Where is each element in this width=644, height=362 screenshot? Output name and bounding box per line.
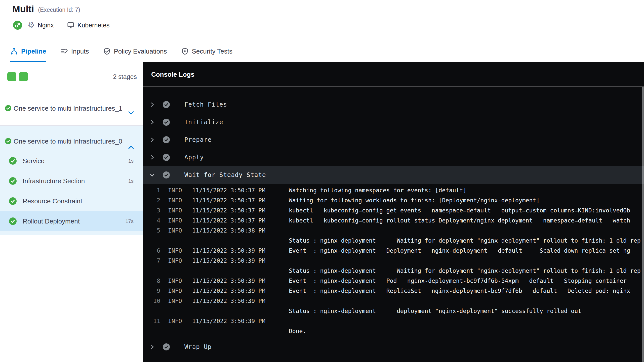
log-timestamp: 11/15/2022 3:50:37 PM bbox=[192, 215, 289, 225]
log-message: Status : nginx-deployment deployment "ng… bbox=[289, 308, 581, 314]
success-check-icon bbox=[5, 138, 11, 144]
chevron-down-icon[interactable] bbox=[149, 172, 155, 178]
console-step-label: Wait for Steady State bbox=[184, 171, 266, 178]
stage-card-infrastructures-1[interactable]: One service to multi Infrastructures_1 bbox=[0, 91, 143, 126]
log-line: Status : nginx-deployment deployment "ng… bbox=[143, 306, 644, 316]
log-timestamp: 11/15/2022 3:50:39 PM bbox=[192, 286, 289, 296]
log-message: kubectl --kubeconfig=config rollout stat… bbox=[289, 217, 630, 224]
log-level: INFO bbox=[168, 185, 182, 195]
tab-policy-evaluations[interactable]: Policy Evaluations bbox=[103, 41, 167, 62]
stage-status-square[interactable] bbox=[19, 72, 28, 81]
console-step[interactable]: Initialize bbox=[143, 113, 644, 131]
log-line-number: 1 bbox=[149, 185, 160, 195]
log-timestamp: 11/15/2022 3:50:37 PM bbox=[192, 195, 289, 205]
chevron-down-icon[interactable] bbox=[128, 109, 135, 116]
console-step[interactable]: Apply bbox=[143, 149, 644, 166]
success-check-icon bbox=[9, 217, 17, 225]
log-line-number: 4 bbox=[149, 215, 160, 225]
stage-status-square[interactable] bbox=[7, 72, 16, 81]
log-line: 8INFO11/15/2022 3:50:39 PMEvent : nginx-… bbox=[143, 276, 644, 286]
log-timestamp: 11/15/2022 3:50:37 PM bbox=[192, 185, 289, 195]
step-success-icon bbox=[163, 171, 170, 178]
console-step[interactable]: Fetch Files bbox=[143, 96, 644, 113]
sidebar-step-duration: 1s bbox=[128, 158, 134, 164]
chevron-right-icon[interactable] bbox=[149, 119, 155, 125]
stage-count: 2 stages bbox=[113, 73, 137, 80]
tab-inputs[interactable]: Inputs bbox=[60, 41, 89, 62]
gear-icon: ⚙ bbox=[28, 21, 35, 30]
log-timestamp: 11/15/2022 3:50:39 PM bbox=[192, 246, 289, 256]
infrastructure-name: Kubernetes bbox=[77, 22, 110, 29]
tab-bar: Pipeline Inputs Policy Evaluations Secur… bbox=[0, 30, 644, 62]
sidebar-step-label: Service bbox=[23, 157, 45, 165]
log-line-number: 11 bbox=[149, 316, 160, 326]
log-line: 10INFO11/15/2022 3:50:39 PM bbox=[143, 296, 644, 306]
console-steps-before: Fetch FilesInitializePrepareApply bbox=[143, 96, 644, 166]
sidebar-step[interactable]: Service1s bbox=[0, 151, 143, 171]
log-message: Event : nginx-deployment Pod nginx-deplo… bbox=[289, 278, 627, 284]
console-step-expanded[interactable]: Wait for Steady State bbox=[143, 166, 644, 184]
log-line: 1INFO11/15/2022 3:50:37 PMWatching follo… bbox=[143, 185, 644, 195]
sidebar-step[interactable]: Infrastructure Section1s bbox=[0, 171, 143, 191]
console-step-label: Initialize bbox=[184, 119, 223, 126]
stage-card-infrastructures-0: One service to multi Infrastructures_0 S… bbox=[0, 126, 143, 235]
chevron-right-icon[interactable] bbox=[149, 344, 155, 350]
sidebar-step[interactable]: Resource Constraint bbox=[0, 191, 143, 211]
console-scrollbar[interactable] bbox=[642, 87, 643, 362]
execution-id: (Execution Id: 7) bbox=[38, 5, 80, 13]
log-line: 9INFO11/15/2022 3:50:39 PMEvent : nginx-… bbox=[143, 286, 644, 296]
log-line: Done. bbox=[143, 326, 644, 336]
log-message: Event : nginx-deployment ReplicaSet ngin… bbox=[289, 288, 630, 294]
chevron-up-icon[interactable] bbox=[128, 144, 135, 151]
stage-steps-list: Service1sInfrastructure Section1sResourc… bbox=[0, 151, 143, 231]
sidebar-step-label: Rollout Deployment bbox=[23, 217, 80, 225]
console-step-label: Wrap Up bbox=[184, 343, 212, 350]
console-step-label: Prepare bbox=[184, 136, 212, 143]
inputs-icon bbox=[60, 48, 68, 55]
log-line: 11INFO11/15/2022 3:50:39 PM bbox=[143, 316, 644, 326]
log-timestamp: 11/15/2022 3:50:39 PM bbox=[192, 276, 289, 286]
console-log-lines: 1INFO11/15/2022 3:50:37 PMWatching follo… bbox=[143, 184, 644, 338]
stage-label: One service to multi Infrastructures_0 bbox=[14, 138, 122, 145]
log-level: INFO bbox=[168, 276, 182, 286]
stages-strip: 2 stages bbox=[0, 62, 143, 91]
success-check-icon bbox=[9, 157, 17, 165]
log-line: Status : nginx-deployment Waiting for de… bbox=[143, 236, 644, 246]
sidebar-step[interactable]: Rollout Deployment17s bbox=[0, 211, 143, 231]
stage-header[interactable]: One service to multi Infrastructures_0 bbox=[0, 126, 143, 151]
stage-label: One service to multi Infrastructures_1 bbox=[14, 105, 122, 112]
log-message: Waiting for following workloads to finis… bbox=[289, 197, 540, 204]
stage-title: One service to multi Infrastructures_1 bbox=[5, 104, 125, 113]
log-level: INFO bbox=[168, 225, 182, 236]
log-line: 2INFO11/15/2022 3:50:37 PMWaiting for fo… bbox=[143, 195, 644, 205]
chevron-right-icon[interactable] bbox=[149, 102, 155, 108]
success-check-icon bbox=[9, 197, 17, 205]
infrastructure-icon bbox=[67, 21, 74, 29]
tab-label: Security Tests bbox=[192, 48, 232, 55]
log-timestamp: 11/15/2022 3:50:37 PM bbox=[192, 205, 289, 215]
tab-security-tests[interactable]: Security Tests bbox=[181, 41, 232, 62]
chevron-right-icon[interactable] bbox=[149, 154, 155, 160]
log-timestamp: 11/15/2022 3:50:38 PM bbox=[192, 225, 289, 236]
step-success-icon bbox=[163, 136, 170, 143]
log-line-number: 9 bbox=[149, 286, 160, 296]
tab-pipeline[interactable]: Pipeline bbox=[10, 41, 46, 62]
log-message: Watching following namespaces for events… bbox=[289, 187, 466, 194]
log-line-number: 6 bbox=[149, 246, 160, 256]
log-message: Event : nginx-deployment Deployment ngin… bbox=[289, 247, 630, 254]
console-step[interactable]: Wrap Up bbox=[143, 338, 644, 356]
console-step[interactable]: Prepare bbox=[143, 131, 644, 149]
log-line: 5INFO11/15/2022 3:50:38 PM bbox=[143, 225, 644, 236]
console-header: Console Logs bbox=[143, 62, 644, 87]
log-message: Done. bbox=[289, 328, 306, 334]
log-line: Status : nginx-deployment Waiting for de… bbox=[143, 266, 644, 276]
tab-label: Policy Evaluations bbox=[114, 48, 167, 55]
console-panel: Console Logs Fetch FilesInitializePrepar… bbox=[143, 62, 644, 362]
log-line-number: 5 bbox=[149, 225, 160, 236]
log-line: 7INFO11/15/2022 3:50:39 PM bbox=[143, 256, 644, 266]
console-title: Console Logs bbox=[151, 71, 194, 78]
log-level: INFO bbox=[168, 296, 182, 306]
chevron-right-icon[interactable] bbox=[149, 137, 155, 143]
service-link-icon bbox=[13, 21, 22, 30]
log-message: kubectl --kubeconfig=config get events -… bbox=[289, 207, 630, 214]
